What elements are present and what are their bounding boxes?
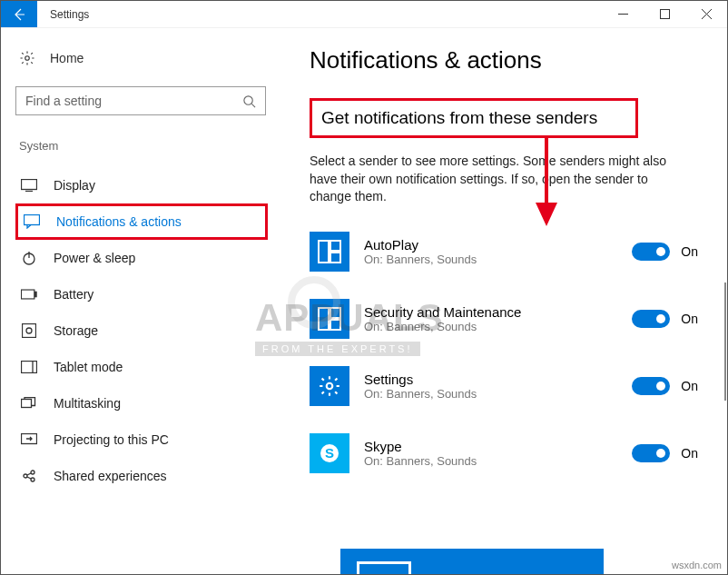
- maximize-icon: [660, 9, 670, 19]
- nav-item-projecting[interactable]: Projecting to this PC: [15, 421, 268, 458]
- section-heading-box: Get notifications from these senders: [310, 98, 638, 138]
- search-icon: [242, 94, 256, 108]
- arrow-left-icon: [12, 7, 26, 22]
- sender-row-security[interactable]: Security and Maintenance On: Banners, So…: [310, 299, 709, 339]
- message-icon: [24, 214, 40, 229]
- nav-item-storage[interactable]: Storage: [15, 312, 268, 349]
- nav-item-shared[interactable]: Shared experiences: [15, 458, 268, 494]
- svg-point-20: [31, 478, 34, 481]
- skype-icon: S: [310, 433, 349, 473]
- svg-point-13: [26, 328, 32, 333]
- section-subtext: Select a sender to see more settings. So…: [310, 153, 691, 206]
- titlebar: Settings: [1, 1, 727, 28]
- window-controls: [602, 1, 727, 27]
- home-link[interactable]: Home: [15, 45, 268, 72]
- sender-row-autoplay[interactable]: AutoPlay On: Banners, Sounds On: [310, 232, 709, 272]
- nav-item-multitasking[interactable]: Multitasking: [15, 385, 268, 421]
- main-pane: Notifications & actions Get notification…: [282, 28, 727, 574]
- toggle-autoplay[interactable]: [632, 243, 670, 261]
- svg-point-18: [24, 474, 27, 478]
- footer-credit: wsxdn.com: [672, 560, 722, 570]
- svg-rect-27: [330, 308, 340, 318]
- settings-app-icon: [310, 366, 349, 406]
- search-placeholder: Find a setting: [25, 94, 102, 108]
- close-button[interactable]: [685, 1, 727, 27]
- svg-rect-5: [22, 180, 37, 190]
- svg-rect-23: [319, 241, 329, 263]
- nav-item-tablet[interactable]: Tablet mode: [15, 349, 268, 385]
- svg-rect-1: [660, 10, 669, 19]
- minimize-button[interactable]: [602, 1, 644, 27]
- svg-text:S: S: [325, 445, 334, 461]
- home-label: Home: [50, 51, 84, 65]
- gear-icon: [19, 50, 35, 66]
- svg-rect-14: [22, 362, 37, 373]
- partial-tile: [340, 549, 604, 575]
- multitask-icon: [21, 397, 37, 410]
- sender-row-settings[interactable]: Settings On: Banners, Sounds On: [310, 366, 709, 406]
- section-heading: Get notifications from these senders: [321, 108, 597, 128]
- svg-line-21: [27, 473, 31, 475]
- search-input[interactable]: Find a setting: [15, 86, 266, 115]
- page-title: Notifications & actions: [310, 46, 709, 74]
- nav-item-notifications[interactable]: Notifications & actions: [15, 203, 268, 240]
- svg-rect-10: [21, 290, 34, 299]
- svg-rect-24: [330, 241, 340, 251]
- window-title: Settings: [37, 1, 102, 27]
- sidebar: Home Find a setting System Display Notif…: [1, 28, 282, 574]
- scrollbar[interactable]: [724, 283, 726, 401]
- svg-rect-11: [34, 292, 36, 296]
- battery-icon: [21, 289, 37, 300]
- svg-point-3: [244, 95, 252, 104]
- project-icon: [21, 433, 37, 446]
- svg-rect-26: [319, 308, 329, 330]
- security-icon: [310, 299, 349, 339]
- toggle-settings[interactable]: [632, 377, 670, 395]
- svg-rect-25: [330, 253, 340, 263]
- svg-point-19: [31, 471, 34, 474]
- sender-list: AutoPlay On: Banners, Sounds On Security…: [310, 232, 709, 473]
- svg-rect-7: [25, 215, 40, 225]
- svg-line-22: [27, 477, 31, 479]
- svg-rect-12: [23, 324, 36, 338]
- svg-line-4: [251, 104, 255, 107]
- nav-item-display[interactable]: Display: [15, 167, 268, 203]
- back-button[interactable]: [1, 1, 37, 27]
- close-icon: [702, 9, 712, 19]
- svg-rect-28: [330, 320, 340, 330]
- share-icon: [22, 469, 36, 483]
- svg-point-29: [327, 383, 333, 390]
- svg-rect-16: [22, 400, 32, 408]
- storage-icon: [22, 323, 36, 338]
- svg-point-2: [25, 56, 30, 61]
- sender-row-skype[interactable]: S Skype On: Banners, Sounds On: [310, 433, 709, 473]
- nav-item-battery[interactable]: Battery: [15, 276, 268, 312]
- autoplay-icon: [310, 232, 349, 272]
- tablet-icon: [21, 361, 37, 373]
- monitor-icon: [21, 179, 37, 192]
- minimize-icon: [618, 9, 628, 19]
- power-icon: [22, 251, 36, 265]
- section-label: System: [15, 139, 268, 153]
- maximize-button[interactable]: [644, 1, 685, 27]
- toggle-security[interactable]: [632, 310, 670, 328]
- toggle-skype[interactable]: [632, 444, 670, 462]
- nav-item-power[interactable]: Power & sleep: [15, 240, 268, 276]
